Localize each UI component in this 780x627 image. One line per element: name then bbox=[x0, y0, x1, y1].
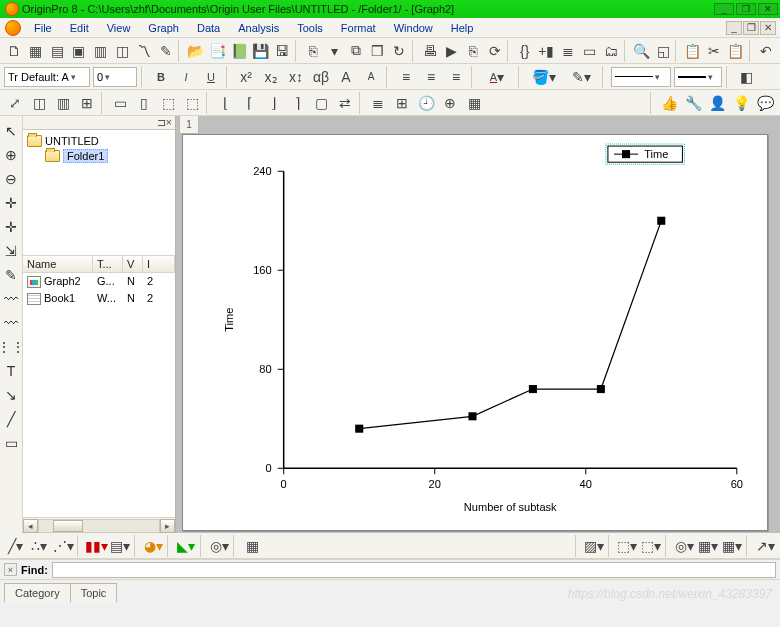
arrow-tool[interactable]: ↘ bbox=[1, 385, 21, 405]
italic-button[interactable]: I bbox=[175, 66, 197, 88]
contour-button[interactable]: ◎▾ bbox=[673, 535, 695, 557]
font-color-button[interactable]: A▾ bbox=[480, 66, 514, 88]
menu-format[interactable]: Format bbox=[332, 20, 385, 36]
decrease-font-button[interactable]: A bbox=[360, 66, 382, 88]
xy-scale-button[interactable]: ⊞ bbox=[391, 92, 413, 114]
layout-left-button[interactable]: ⌋ bbox=[262, 92, 284, 114]
line-plot-button[interactable]: ╱▾ bbox=[4, 535, 26, 557]
draw-data-tool[interactable]: ✎ bbox=[1, 265, 21, 285]
tab-category[interactable]: Category bbox=[4, 583, 71, 602]
layer-tab[interactable]: 1 bbox=[179, 116, 199, 134]
menu-view[interactable]: View bbox=[98, 20, 140, 36]
add-right-y-button[interactable]: ▯ bbox=[133, 92, 155, 114]
pointer-tool[interactable]: ↖ bbox=[1, 121, 21, 141]
paste-button[interactable]: 📋 bbox=[726, 40, 746, 62]
font-size-dropdown[interactable]: 0▾ bbox=[93, 67, 137, 87]
menu-window[interactable]: Window bbox=[385, 20, 442, 36]
scroll-thumb[interactable] bbox=[53, 520, 83, 532]
open-excel-button[interactable]: 📗 bbox=[229, 40, 249, 62]
screen-reader-tool[interactable]: ✛ bbox=[1, 193, 21, 213]
zoom-in-tool[interactable]: ⊕ bbox=[1, 145, 21, 165]
list-row[interactable]: Graph2 G... N 2 bbox=[23, 273, 175, 290]
underline-button[interactable]: U bbox=[200, 66, 222, 88]
layout-right-button[interactable]: ⌉ bbox=[286, 92, 308, 114]
find-close-button[interactable]: × bbox=[4, 563, 17, 576]
region-tool-button[interactable]: 💡 bbox=[730, 92, 752, 114]
copy-page-button[interactable]: 📋 bbox=[683, 40, 703, 62]
menu-data[interactable]: Data bbox=[188, 20, 229, 36]
menu-help[interactable]: Help bbox=[442, 20, 483, 36]
mdi-restore-button[interactable]: ❐ bbox=[743, 21, 759, 35]
pie-plot-button[interactable]: ◕▾ bbox=[142, 535, 164, 557]
col-view[interactable]: V bbox=[123, 256, 143, 272]
menu-edit[interactable]: Edit bbox=[61, 20, 98, 36]
fill-color-button[interactable]: 🪣▾ bbox=[527, 66, 561, 88]
menu-analysis[interactable]: Analysis bbox=[229, 20, 288, 36]
tree-child[interactable]: Folder1 bbox=[45, 148, 171, 164]
tab-topic[interactable]: Topic bbox=[70, 583, 118, 602]
col-index[interactable]: I bbox=[143, 256, 175, 272]
new-excel-button[interactable]: ▤ bbox=[47, 40, 67, 62]
open-template-button[interactable]: 📑 bbox=[208, 40, 228, 62]
save-button[interactable]: 💾 bbox=[251, 40, 271, 62]
scroll-left-button[interactable]: ◂ bbox=[23, 519, 38, 533]
mdi-minimize-button[interactable]: _ bbox=[726, 21, 742, 35]
template-library-button[interactable]: ▦ bbox=[241, 535, 263, 557]
command-window-button[interactable]: ▭ bbox=[580, 40, 600, 62]
list-body[interactable]: Graph2 G... N 2 Book1 W... N 2 bbox=[23, 273, 175, 517]
refresh-button[interactable]: ⟳ bbox=[485, 40, 505, 62]
column-plot-button[interactable]: ▮▮▾ bbox=[85, 535, 107, 557]
layout-top-button[interactable]: ⌈ bbox=[238, 92, 260, 114]
new-matrix-button[interactable]: ▥ bbox=[91, 40, 111, 62]
palette-button[interactable]: ◧ bbox=[735, 66, 757, 88]
close-button[interactable]: ✕ bbox=[758, 3, 778, 15]
print-button[interactable]: 🖶 bbox=[420, 40, 440, 62]
region-data-tool[interactable]: 〰 bbox=[1, 313, 21, 333]
add-object-button[interactable]: ⊕ bbox=[439, 92, 461, 114]
table-button[interactable]: ▦ bbox=[463, 92, 485, 114]
merge-button[interactable]: ⊞ bbox=[76, 92, 98, 114]
date-time-button[interactable]: 🕘 bbox=[415, 92, 437, 114]
superscript-button[interactable]: x² bbox=[235, 66, 257, 88]
align-center-button[interactable]: ≡ bbox=[420, 66, 442, 88]
fit-page-button[interactable]: ◱ bbox=[653, 40, 673, 62]
recalculate-button[interactable]: ↻ bbox=[389, 40, 409, 62]
align-right-button[interactable]: ≡ bbox=[445, 66, 467, 88]
col-name[interactable]: Name bbox=[23, 256, 93, 272]
bold-button[interactable]: B bbox=[150, 66, 172, 88]
duplicate-button[interactable]: ⎘ bbox=[463, 40, 483, 62]
tree-root[interactable]: UNTITLED bbox=[27, 134, 171, 148]
project-explorer-button[interactable]: 🗂 bbox=[602, 40, 622, 62]
new-project-button[interactable]: 🗋 bbox=[4, 40, 24, 62]
layout-bottom-button[interactable]: ⌊ bbox=[214, 92, 236, 114]
new-graph-button[interactable]: ▣ bbox=[69, 40, 89, 62]
new-layout-button[interactable]: ◫ bbox=[112, 40, 132, 62]
import-multiple-ascii-button[interactable]: ⧉ bbox=[346, 40, 366, 62]
increase-font-button[interactable]: A bbox=[335, 66, 357, 88]
list-hscroll[interactable]: ◂ ▸ bbox=[23, 517, 175, 533]
text-tool[interactable]: T bbox=[1, 361, 21, 381]
mask-tool-button[interactable]: 💬 bbox=[754, 92, 776, 114]
line-width-dropdown[interactable]: ▾ bbox=[674, 67, 722, 87]
add-layer-button[interactable]: ◫ bbox=[28, 92, 50, 114]
graph-page[interactable]: 0204060080160240Number of subtaskTimeTim… bbox=[182, 134, 768, 531]
extract-layers-button[interactable]: ▥ bbox=[52, 92, 74, 114]
new-workbook-button[interactable]: ▦ bbox=[26, 40, 46, 62]
image-plot-button[interactable]: ▦▾ bbox=[697, 535, 719, 557]
swap-xy-button[interactable]: ⇄ bbox=[334, 92, 356, 114]
panel-close-icon[interactable]: ⊐× bbox=[157, 116, 172, 129]
data-cursor-tool[interactable]: ⋮⋮ bbox=[1, 337, 21, 357]
area-plot-button[interactable]: ◣▾ bbox=[175, 535, 197, 557]
add-top-x-button[interactable]: ▭ bbox=[109, 92, 131, 114]
import-single-ascii-button[interactable]: ▾ bbox=[324, 40, 344, 62]
data-selector-button[interactable]: 👤 bbox=[706, 92, 728, 114]
bar-plot-button[interactable]: ▤▾ bbox=[109, 535, 131, 557]
menu-file[interactable]: File bbox=[25, 20, 61, 36]
scatter-plot-button[interactable]: ∴▾ bbox=[28, 535, 50, 557]
tile-horz-button[interactable]: ⬚ bbox=[157, 92, 179, 114]
scroll-right-button[interactable]: ▸ bbox=[160, 519, 175, 533]
line-symbol-plot-button[interactable]: ⋰▾ bbox=[52, 535, 74, 557]
wire-frame-button[interactable]: ⬚▾ bbox=[640, 535, 662, 557]
zoom-page-button[interactable]: 🔍 bbox=[632, 40, 652, 62]
rescale-button[interactable]: ⤢ bbox=[4, 92, 26, 114]
